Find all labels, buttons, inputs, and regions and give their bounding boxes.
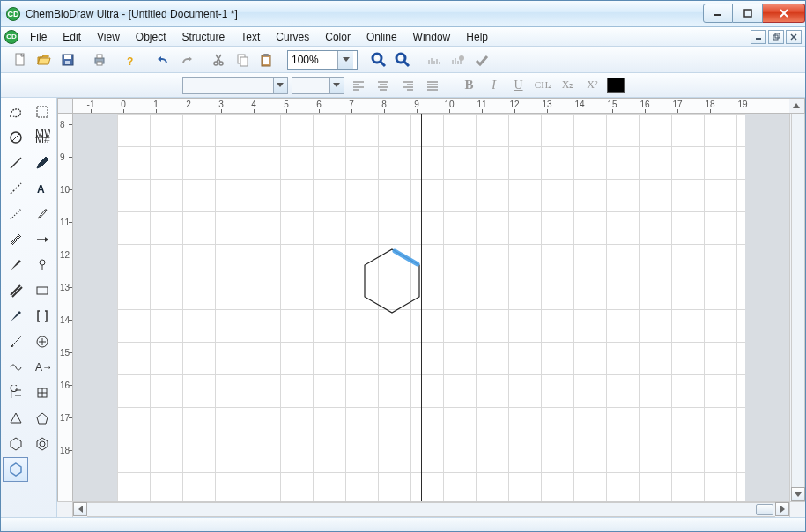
zoom-out-button[interactable] [392,49,413,70]
align-center-button[interactable] [373,76,394,95]
tool-bond[interactable] [3,151,28,175]
triangle-icon [8,410,24,426]
minimize-button[interactable] [703,4,733,23]
align-left-button[interactable] [348,76,369,95]
tool-cyclopentane[interactable] [29,406,55,431]
tool-dotted-bond[interactable] [3,202,28,226]
tool-triple-bond[interactable] [3,227,28,252]
tool-plus-circle[interactable] [29,329,55,354]
mdi-close-button[interactable] [786,30,802,44]
menu-edit[interactable]: Edit [55,28,89,46]
scroll-left-button[interactable] [73,502,87,516]
tool-quill[interactable] [29,202,55,226]
svg-marker-17 [158,56,161,62]
menu-online[interactable]: Online [359,28,405,46]
tool-wedge-bond[interactable] [3,253,28,277]
copy-button[interactable] [232,49,253,70]
scroll-down-button[interactable] [791,487,805,501]
formula-button[interactable]: CH₂ [533,76,554,95]
svg-point-22 [219,62,223,65]
horizontal-scrollbar[interactable] [57,501,805,517]
tool-hexagon[interactable] [3,432,28,456]
tool-triangle[interactable] [3,406,28,431]
tool-double-bond[interactable] [3,278,28,303]
menu-file[interactable]: File [22,28,55,46]
subscript-button[interactable]: X₂ [558,76,579,95]
zoom-dropdown-arrow[interactable] [337,51,353,69]
check-structure-button[interactable] [471,49,492,70]
svg-rect-11 [64,55,71,59]
close-button[interactable] [763,4,805,23]
superscript-button[interactable]: X² [582,76,603,95]
zoom-combo[interactable] [287,50,358,70]
scroll-right-button[interactable] [775,502,789,516]
paste-button[interactable] [255,49,277,70]
tool-text[interactable]: A [29,176,55,201]
tool-benzene-alt[interactable] [29,381,55,405]
canvas-viewport[interactable] [73,114,789,501]
hscroll-thumb[interactable] [756,504,773,515]
menu-bar: CD FileEditViewObjectStructureTextCurves… [1,27,805,47]
svg-point-44 [459,55,464,61]
cut-button[interactable] [208,49,229,70]
menu-object[interactable]: Object [128,28,174,46]
tool-orbital[interactable] [29,253,55,277]
scroll-up-button[interactable] [789,98,805,114]
save-button[interactable] [57,49,78,70]
menu-view[interactable]: View [89,28,128,46]
zoom-in-button[interactable] [368,49,389,70]
align-right-button[interactable] [397,76,418,95]
vertical-scrollbar[interactable] [789,114,805,501]
menu-color[interactable]: Color [317,28,359,46]
tool-dashed-bond[interactable] [3,176,28,201]
redo-button[interactable] [176,49,197,70]
align-justify-button[interactable] [422,76,443,95]
undo-button[interactable] [152,49,174,70]
tool-wavy-bond[interactable] [3,329,28,354]
help-button[interactable]: ? [121,49,142,70]
tool-hash-bond[interactable] [3,304,28,329]
tool-seq-aa[interactable] [3,355,28,380]
italic-button[interactable]: I [484,76,505,95]
color-swatch[interactable] [607,78,625,93]
zoom-input[interactable] [288,54,337,66]
wavy-bond-icon [8,334,24,350]
open-button[interactable] [33,49,55,70]
svg-rect-26 [263,57,269,64]
mdi-restore-button[interactable] [768,30,784,44]
lasso-icon [8,104,24,120]
underline-button[interactable]: U [508,76,529,95]
doc-icon[interactable]: CD [4,30,18,44]
menu-window[interactable]: Window [405,28,459,46]
new-doc-button[interactable] [10,49,31,70]
tool-lasso[interactable] [3,100,28,124]
bold-button[interactable]: B [459,76,480,95]
font-size-combo[interactable] [292,77,344,94]
mdi-minimize-button[interactable] [751,30,766,44]
tool-eraser-round[interactable] [3,125,28,150]
mass-fragment-icon: MWM# [34,129,50,145]
tool-marquee[interactable] [29,100,55,124]
menu-curves[interactable]: Curves [268,28,317,46]
menu-help[interactable]: Help [458,28,496,46]
tool-mass-fragment[interactable]: MWM# [29,125,55,150]
clean-structure-button[interactable] [424,49,445,70]
analyze-button[interactable] [447,49,469,70]
tool-bracket[interactable] [29,304,55,329]
tool-grid-template[interactable]: A→A [29,355,55,380]
tool-cyclohexane-tool[interactable] [3,457,28,482]
hexagon-shape[interactable] [359,246,425,316]
tool-rectangle[interactable] [29,278,55,303]
tool-pen[interactable] [29,151,55,175]
menu-text[interactable]: Text [233,28,268,46]
tool-benzene[interactable] [29,432,55,456]
maximize-button[interactable] [733,4,763,23]
pen-icon [34,155,50,171]
menu-structure[interactable]: Structure [174,28,233,46]
tool-seq-gi[interactable]: GI [3,381,28,405]
dashed-bond-icon [8,181,24,196]
font-combo[interactable] [182,77,288,94]
print-button[interactable] [89,49,110,70]
tool-arrow[interactable] [29,227,55,252]
svg-marker-98 [11,413,21,423]
